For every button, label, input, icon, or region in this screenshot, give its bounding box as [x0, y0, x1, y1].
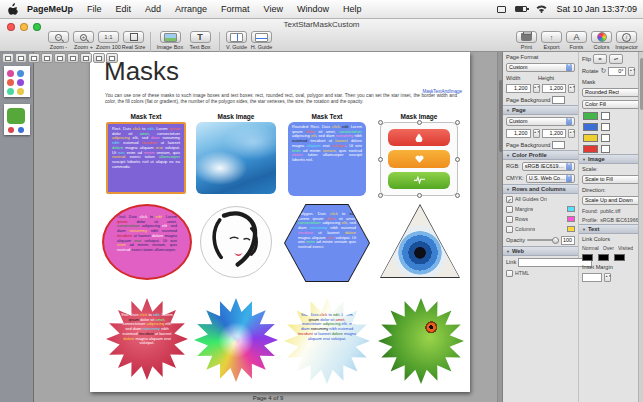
- mask-triangle-image-eye[interactable]: [380, 204, 460, 278]
- rgb-profile-dropdown[interactable]: sRGB IEC61966-2.1▾: [522, 162, 575, 171]
- page-width-field-2[interactable]: 1,200: [506, 129, 531, 138]
- rotate-stepper[interactable]: ▲▼: [628, 67, 635, 76]
- opacity-slider-knob[interactable]: [552, 237, 559, 244]
- battery-status-icon[interactable]: [515, 6, 527, 12]
- menu-view[interactable]: View: [257, 0, 290, 19]
- page-tool-button-9[interactable]: [106, 53, 118, 63]
- link-visited-colorwell[interactable]: [614, 254, 625, 261]
- fill-color-secondary-well[interactable]: [601, 145, 610, 153]
- menu-window[interactable]: Window: [290, 0, 336, 19]
- page-background-colorwell-2[interactable]: [552, 141, 565, 149]
- width-stepper[interactable]: ▲▼: [533, 84, 540, 93]
- fill-color-well-yellow[interactable]: [583, 134, 598, 142]
- opacity-slider[interactable]: [527, 239, 559, 241]
- inset-margin-field[interactable]: [582, 273, 602, 282]
- inspector-scrollbar-thumb[interactable]: [640, 58, 643, 110]
- menu-arrange[interactable]: Arrange: [168, 0, 214, 19]
- display-status-icon[interactable]: [497, 6, 506, 13]
- mask-roundedrect-image-health[interactable]: [380, 122, 458, 196]
- mask-star-text-light[interactable]: Star. Duis click to edit. Lorem ipsum do…: [284, 298, 370, 384]
- page-thumbnail-current[interactable]: [4, 66, 30, 97]
- section-image[interactable]: ▼Image: [579, 154, 643, 164]
- fill-color-well-green[interactable]: [583, 112, 598, 120]
- flip-vertical-button[interactable]: ▴▾: [609, 54, 623, 64]
- menu-file[interactable]: File: [80, 0, 109, 19]
- rows-color-chip[interactable]: [567, 216, 575, 222]
- flip-horizontal-button[interactable]: ◂▸: [593, 54, 607, 64]
- mask-shape-dropdown[interactable]: Rounded Rect▾: [582, 88, 643, 97]
- height-stepper[interactable]: ▲▼: [568, 84, 575, 93]
- rotate-dial-icon[interactable]: ↻: [600, 67, 606, 75]
- link-normal-colorwell[interactable]: [582, 254, 593, 261]
- fill-color-secondary-well[interactable]: [601, 134, 610, 142]
- selection-handle[interactable]: [455, 193, 460, 198]
- section-text[interactable]: ▼Text: [579, 224, 643, 234]
- image-direction-dropdown[interactable]: Scale Up and Down▾: [582, 196, 643, 205]
- fill-color-secondary-well[interactable]: [601, 112, 610, 120]
- page-height-field-2[interactable]: 1,200: [542, 129, 567, 138]
- mask-star-image-frog[interactable]: [378, 298, 464, 384]
- mask-star-image-abstract[interactable]: [194, 298, 278, 382]
- inspector-button[interactable]: i Inspector: [614, 31, 639, 50]
- colors-button[interactable]: Colors: [589, 31, 614, 50]
- mask-rect-text[interactable]: Rect. Duis click to edit. Lorem ipsum do…: [106, 122, 186, 194]
- page-tool-button-4[interactable]: [41, 53, 53, 63]
- margins-color-chip[interactable]: [567, 206, 575, 212]
- section-web[interactable]: ▼Web: [503, 246, 578, 256]
- selection-handle[interactable]: [378, 120, 383, 125]
- menu-clock[interactable]: Sat 10 Jan 13:37:09: [556, 4, 637, 14]
- selection-handle[interactable]: [455, 120, 460, 125]
- h-guide-button[interactable]: H. Guide: [249, 31, 274, 50]
- menu-edit[interactable]: Edit: [109, 0, 139, 19]
- selection-handle[interactable]: [455, 157, 460, 162]
- page-tool-button-7[interactable]: [80, 53, 92, 63]
- fill-color-secondary-well[interactable]: [601, 123, 610, 131]
- all-guides-checkbox[interactable]: ✓: [506, 196, 513, 203]
- link-over-colorwell[interactable]: [598, 254, 609, 261]
- inspector-scrollbar[interactable]: [638, 52, 643, 402]
- apple-menu[interactable]: [6, 3, 20, 15]
- menu-add[interactable]: Add: [138, 0, 168, 19]
- text-box-button[interactable]: T Text Box: [185, 31, 215, 50]
- image-box-button[interactable]: Image Box: [155, 31, 185, 50]
- fonts-button[interactable]: A Fonts: [564, 31, 589, 50]
- cmyk-profile-dropdown[interactable]: U.S. Web Coated (SWOP) v2▾: [526, 174, 575, 183]
- zoom-100-button[interactable]: 1:1 Zoom 100: [96, 31, 121, 50]
- page-tool-button-8[interactable]: [93, 53, 105, 63]
- page-tool-button-1[interactable]: [2, 53, 14, 63]
- zoom-out-button[interactable]: – Zoom -: [46, 31, 71, 50]
- width-stepper-2[interactable]: ▲▼: [533, 129, 540, 138]
- selection-handle[interactable]: [417, 193, 422, 198]
- mask-rect-image-ocean[interactable]: [196, 122, 276, 194]
- rows-checkbox[interactable]: [506, 216, 513, 223]
- page-height-field[interactable]: 1,200: [542, 84, 567, 93]
- inset-margin-stepper[interactable]: ▲▼: [604, 273, 611, 282]
- section-rows-columns[interactable]: ▼Rows and Columns: [503, 184, 578, 194]
- page-tool-button-5[interactable]: [54, 53, 66, 63]
- v-guide-button[interactable]: V. Guide: [224, 31, 249, 50]
- menu-help[interactable]: Help: [336, 0, 369, 19]
- real-size-button[interactable]: Real Size: [121, 31, 146, 50]
- mask-oval-text[interactable]: Oval. Duis click to edit. Lorem ipsum do…: [102, 204, 192, 280]
- print-button[interactable]: Print: [514, 31, 539, 50]
- html-checkbox[interactable]: [506, 270, 513, 277]
- mask-roundedrect-text[interactable]: Rounded Rect. Duis click edit Lorem ipsu…: [288, 122, 366, 196]
- menu-app-name[interactable]: PageMeUp: [20, 0, 80, 19]
- mask-star-text-red[interactable]: Star. Duis click to edit. Lorem ipsum do…: [106, 298, 188, 380]
- rotate-value-field[interactable]: 0°: [608, 67, 626, 76]
- mask-circle-image-face[interactable]: [200, 206, 272, 278]
- height-stepper-2[interactable]: ▲▼: [568, 129, 575, 138]
- selection-handle[interactable]: [378, 193, 383, 198]
- page-tool-button-6[interactable]: [67, 53, 79, 63]
- columns-color-chip[interactable]: [567, 226, 575, 232]
- margins-checkbox[interactable]: [506, 206, 513, 213]
- selection-handle[interactable]: [378, 157, 383, 162]
- page-background-colorwell[interactable]: [552, 96, 565, 104]
- page-tool-button-2[interactable]: [15, 53, 27, 63]
- fill-color-well-blue[interactable]: [583, 123, 598, 131]
- section-page[interactable]: ▼Page: [503, 105, 578, 115]
- page-width-field[interactable]: 1,200: [506, 84, 531, 93]
- fill-color-well-red[interactable]: [583, 145, 598, 153]
- menu-format[interactable]: Format: [214, 0, 257, 19]
- columns-checkbox[interactable]: [506, 226, 513, 233]
